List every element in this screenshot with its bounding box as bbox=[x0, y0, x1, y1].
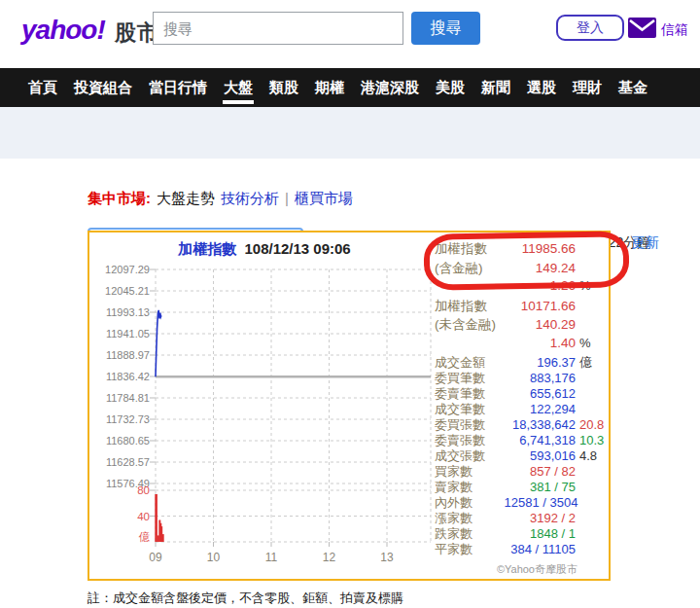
stats-row: 委買張數18,338,64220.8 bbox=[435, 416, 609, 432]
stats-value: 10171.66 bbox=[510, 299, 576, 313]
svg-text:13: 13 bbox=[380, 551, 394, 564]
separator: | bbox=[285, 190, 289, 206]
nav-item-12[interactable]: 基金 bbox=[617, 70, 648, 106]
stats-row: 1.40% bbox=[435, 336, 609, 355]
otc-market-link[interactable]: 櫃買市場 bbox=[295, 190, 353, 208]
svg-text:12097.29: 12097.29 bbox=[105, 264, 150, 275]
svg-text:40: 40 bbox=[137, 511, 150, 522]
login-button[interactable]: 登入 bbox=[556, 15, 624, 41]
stats-label: (含金融) bbox=[435, 260, 510, 277]
nav-item-6[interactable]: 期權 bbox=[314, 70, 345, 106]
svg-text:11888.97: 11888.97 bbox=[106, 349, 150, 361]
svg-text:09: 09 bbox=[149, 551, 162, 564]
stats-extra: 10.3 bbox=[576, 433, 609, 447]
svg-text:10: 10 bbox=[207, 551, 221, 564]
stats-row: 成交筆數122,294 bbox=[435, 401, 609, 416]
market-label: 集中市場: bbox=[88, 190, 151, 208]
stats-value: 140.29 bbox=[510, 317, 576, 332]
stats-value: 593,016 bbox=[510, 448, 576, 463]
stats-value: 1.40 bbox=[510, 336, 576, 350]
chart-datetime: 108/12/13 09:06 bbox=[244, 240, 350, 257]
stats-row: 成交張數593,0164.8 bbox=[435, 447, 609, 463]
svg-text:11993.13: 11993.13 bbox=[106, 306, 150, 318]
nav-item-11[interactable]: 理財 bbox=[572, 70, 603, 106]
svg-text:80: 80 bbox=[137, 484, 150, 496]
stats-value: 18,338,642 bbox=[510, 417, 576, 432]
svg-text:11784.81: 11784.81 bbox=[106, 392, 150, 404]
nav-item-4[interactable]: 大盤 bbox=[223, 70, 254, 106]
stats-extra: 4.8 bbox=[576, 448, 609, 463]
stats-row: 成交金額196.37億 bbox=[435, 354, 609, 370]
stats-row: 委賣張數6,741,31810.3 bbox=[435, 432, 609, 447]
header-search-input[interactable] bbox=[153, 12, 403, 45]
refresh-link[interactable]: 更新 bbox=[632, 234, 659, 252]
stats-label: (未含金融) bbox=[435, 316, 510, 334]
nav-item-9[interactable]: 新聞 bbox=[480, 70, 511, 106]
svg-text:11680.65: 11680.65 bbox=[106, 435, 150, 447]
stats-value: 1.26 bbox=[510, 278, 576, 293]
svg-text:11836.42: 11836.42 bbox=[106, 371, 150, 382]
svg-text:12045.21: 12045.21 bbox=[105, 285, 150, 297]
nav-item-3[interactable]: 當日行情 bbox=[148, 70, 208, 106]
stats-value: 883,176 bbox=[510, 371, 576, 385]
stats-extra: 20.8 bbox=[576, 417, 609, 432]
svg-text:11732.73: 11732.73 bbox=[106, 413, 150, 425]
yahoo-stock-page: yahoo! 股市 搜尋 登入 信箱 首頁投資組合當日行情大盤類股期權港滬深股美… bbox=[0, 0, 700, 608]
stats-row: 漲家數3192 / 2 bbox=[435, 510, 609, 525]
stats-label: 加權指數 bbox=[435, 240, 510, 258]
chart-index-name: 加權指數 bbox=[178, 240, 236, 257]
section-title: 集中市場: 大盤走勢 技術分析 | 櫃買市場 bbox=[88, 190, 353, 208]
chart-title: 加權指數 108/12/13 09:06 bbox=[128, 240, 401, 259]
stats-value: 196.37 bbox=[510, 355, 576, 370]
stats-value: 655,612 bbox=[510, 386, 576, 401]
stats-value: 384 / 11105 bbox=[510, 542, 576, 556]
nav-item-2[interactable]: 投資組合 bbox=[73, 70, 133, 106]
stats-row: 1.26% bbox=[435, 278, 609, 298]
stats-row: 賣家數381 / 75 bbox=[435, 479, 609, 494]
stats-value: 3192 / 2 bbox=[510, 511, 576, 525]
stats-rows: 加權指數11985.66(含金融)149.241.26%加權指數10171.66… bbox=[435, 240, 609, 556]
header: yahoo! 股市 搜尋 登入 信箱 bbox=[0, 0, 700, 68]
sub-toolbar: 台股代號查詢 距離台股收盤還有4小時22分鐘 更新 bbox=[0, 107, 700, 159]
nav-item-5[interactable]: 類股 bbox=[268, 70, 299, 106]
main-nav: 首頁投資組合當日行情大盤類股期權港滬深股美股新聞選股理財基金 bbox=[0, 68, 700, 107]
stats-extra: 億 bbox=[576, 354, 609, 372]
mail-link[interactable]: 信箱 bbox=[628, 18, 688, 42]
stats-value: 6,741,318 bbox=[510, 433, 576, 447]
stats-value: 11985.66 bbox=[510, 241, 576, 256]
stats-label: 平家數 bbox=[435, 541, 510, 558]
mail-icon bbox=[628, 18, 656, 42]
stats-row: 加權指數10171.66 bbox=[435, 298, 609, 317]
stats-row: 買家數857 / 82 bbox=[435, 463, 609, 479]
svg-text:11: 11 bbox=[265, 551, 278, 564]
stats-row: 加權指數11985.66 bbox=[435, 240, 609, 260]
mail-label: 信箱 bbox=[661, 21, 688, 39]
stats-value: 12581 / 3504 bbox=[505, 495, 578, 510]
index-chart-box: 12097.2912045.2111993.1311941.0511888.97… bbox=[88, 231, 611, 581]
nav-item-7[interactable]: 港滬深股 bbox=[360, 70, 420, 106]
stats-row: (含金融)149.24 bbox=[435, 260, 609, 279]
header-search-button[interactable]: 搜尋 bbox=[411, 12, 480, 45]
svg-text:億: 億 bbox=[139, 531, 151, 543]
yahoo-logo[interactable]: yahoo! bbox=[21, 15, 105, 46]
svg-text:12: 12 bbox=[323, 551, 336, 564]
stats-label: 加權指數 bbox=[435, 298, 510, 315]
stats-row: 委買筆數883,176 bbox=[435, 370, 609, 385]
stats-value: 149.24 bbox=[510, 261, 576, 275]
stats-row: 委賣筆數655,612 bbox=[435, 385, 609, 401]
svg-text:11628.57: 11628.57 bbox=[106, 456, 150, 468]
nav-item-1[interactable]: 首頁 bbox=[27, 70, 58, 106]
footnote: 註：成交金額含盤後定價，不含零股、鉅額、拍賣及標購 bbox=[88, 590, 403, 607]
stats-extra: % bbox=[576, 336, 609, 350]
svg-text:11941.05: 11941.05 bbox=[106, 328, 150, 340]
stats-row: 內外數12581 / 3504 bbox=[435, 494, 609, 510]
stats-value: 1848 / 1 bbox=[510, 526, 576, 541]
technical-analysis-link[interactable]: 技術分析 bbox=[221, 190, 279, 208]
stats-extra: % bbox=[576, 278, 609, 293]
nav-item-8[interactable]: 美股 bbox=[435, 70, 466, 106]
stats-value: 381 / 75 bbox=[510, 480, 576, 494]
current-view-label: 大盤走勢 bbox=[157, 190, 215, 208]
stats-row: (未含金融)140.29 bbox=[435, 316, 609, 336]
nav-item-10[interactable]: 選股 bbox=[526, 70, 557, 106]
stats-row: 跌家數1848 / 1 bbox=[435, 525, 609, 541]
